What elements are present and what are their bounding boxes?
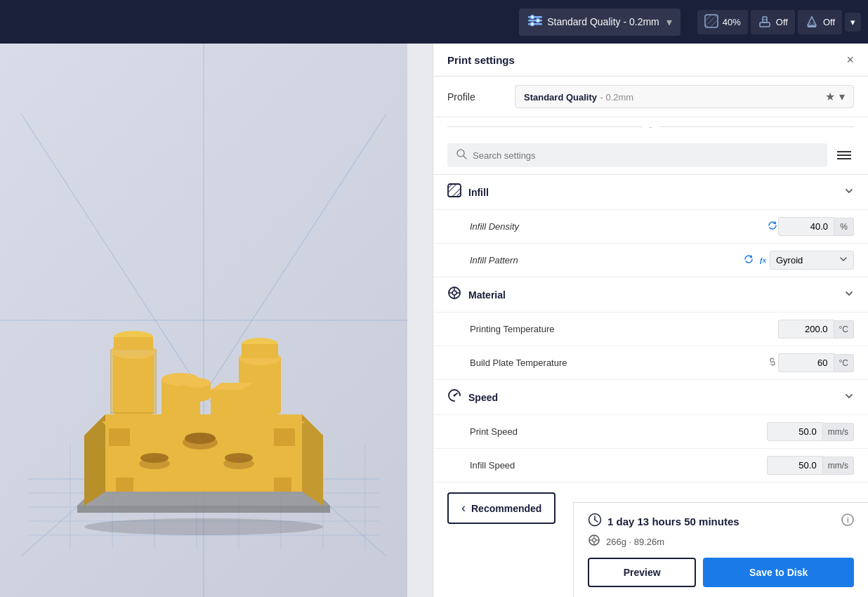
separator-row: - bbox=[433, 117, 868, 136]
speed-section: Speed Print Speed mm/s Infill bbox=[433, 380, 868, 483]
more-dropdown[interactable]: ▾ bbox=[845, 13, 861, 32]
printing-temp-row: Printing Temperature °C bbox=[433, 312, 868, 346]
adhesion-label: Off bbox=[823, 17, 835, 27]
infill-pattern-row: Infill Pattern fx bbox=[433, 243, 868, 277]
menu-line-1 bbox=[837, 151, 851, 152]
support-icon bbox=[758, 14, 772, 30]
svg-point-59 bbox=[225, 453, 253, 463]
menu-line-3 bbox=[837, 158, 851, 159]
infill-speed-input[interactable] bbox=[767, 456, 823, 475]
build-plate-temp-row: Build Plate Temperature °C bbox=[433, 346, 868, 379]
build-plate-temp-input[interactable] bbox=[778, 353, 834, 372]
svg-marker-32 bbox=[77, 506, 330, 513]
material-title-wrap: Material bbox=[447, 286, 506, 303]
build-plate-temp-label: Build Plate Temperature bbox=[470, 357, 767, 368]
build-plate-link-button[interactable] bbox=[767, 356, 778, 370]
3d-viewport[interactable] bbox=[0, 44, 407, 597]
svg-rect-62 bbox=[274, 428, 295, 446]
svg-rect-38 bbox=[112, 351, 154, 411]
infill-section-header[interactable]: Infill bbox=[433, 175, 868, 209]
infill-speed-label: Infill Speed bbox=[470, 460, 767, 471]
speed-title-wrap: Speed bbox=[447, 388, 498, 406]
speed-section-header[interactable]: Speed bbox=[433, 380, 868, 414]
svg-point-4 bbox=[537, 18, 540, 22]
infill-pattern-dropdown[interactable]: Gyroid bbox=[770, 251, 854, 270]
print-speed-input[interactable] bbox=[767, 422, 823, 441]
profile-quality-sub: - 0.2mm bbox=[600, 92, 633, 103]
infill-pattern-value: Gyroid bbox=[770, 251, 854, 270]
profile-selector[interactable]: Standard Quality - 0.2mm ▾ bbox=[519, 8, 680, 36]
svg-line-82 bbox=[595, 520, 598, 522]
chevron-down-icon: ▾ bbox=[850, 17, 855, 27]
profile-dropdown-button[interactable]: ▾ bbox=[839, 90, 845, 103]
svg-text:fx: fx bbox=[760, 256, 767, 264]
infill-control[interactable]: 40% bbox=[697, 10, 748, 34]
printing-temp-unit: °C bbox=[834, 320, 854, 339]
svg-rect-36 bbox=[105, 414, 302, 492]
material-section-title: Material bbox=[468, 289, 506, 301]
speed-chevron-icon bbox=[844, 391, 854, 403]
infill-title-wrap: Infill bbox=[447, 183, 489, 201]
infill-pattern-reset-button[interactable] bbox=[743, 254, 754, 268]
infill-speed-unit: mm/s bbox=[823, 457, 854, 475]
top-bar-controls: Standard Quality - 0.2mm ▾ 40% Off bbox=[519, 8, 861, 36]
preview-button[interactable]: Preview bbox=[588, 558, 696, 587]
speed-section-title: Speed bbox=[468, 392, 498, 403]
infill-density-value: % bbox=[778, 217, 854, 236]
infill-icon bbox=[704, 14, 718, 30]
save-to-disk-button[interactable]: Save to Disk bbox=[703, 558, 854, 587]
infill-density-unit: % bbox=[834, 218, 854, 236]
build-plate-temp-unit: °C bbox=[834, 354, 854, 372]
speed-section-icon bbox=[447, 388, 461, 406]
svg-marker-34 bbox=[84, 414, 105, 506]
panel-close-button[interactable]: × bbox=[846, 53, 854, 66]
menu-lines-button[interactable] bbox=[834, 148, 854, 162]
material-text: 266g · 89.26m bbox=[606, 537, 664, 547]
search-input[interactable] bbox=[473, 150, 819, 161]
time-info: 1 day 13 hours 50 minutes bbox=[588, 513, 739, 530]
infill-density-actions bbox=[767, 220, 778, 234]
material-chevron-icon bbox=[844, 289, 854, 301]
infill-pattern-fx-button[interactable]: fx bbox=[758, 254, 770, 267]
infill-density-input[interactable] bbox=[778, 217, 834, 236]
panel-title: Print settings bbox=[447, 54, 515, 66]
infill-density-row: Infill Density % bbox=[433, 209, 868, 243]
svg-point-73 bbox=[452, 291, 456, 295]
recommended-button[interactable]: ‹ Recommended bbox=[447, 492, 555, 524]
material-section-header[interactable]: Material bbox=[433, 277, 868, 312]
infill-density-reset-button[interactable] bbox=[767, 220, 778, 234]
svg-line-69 bbox=[463, 156, 466, 159]
infill-pattern-actions: fx bbox=[743, 254, 770, 268]
svg-point-5 bbox=[531, 22, 534, 25]
favorite-button[interactable]: ★ bbox=[825, 90, 835, 103]
panel-header: Print settings × bbox=[433, 44, 868, 77]
svg-point-3 bbox=[531, 15, 534, 18]
svg-rect-48 bbox=[242, 344, 278, 358]
profile-name-label: Standard Quality - 0.2mm bbox=[547, 16, 659, 27]
profile-quality-name: Standard Quality bbox=[524, 92, 597, 103]
print-speed-value: mm/s bbox=[767, 422, 854, 441]
info-circle-icon[interactable]: i bbox=[841, 513, 854, 529]
adhesion-icon bbox=[805, 14, 819, 30]
adhesion-control[interactable]: Off bbox=[798, 10, 842, 34]
top-bar: Standard Quality - 0.2mm ▾ 40% Off bbox=[0, 0, 868, 44]
infill-section-icon bbox=[447, 183, 461, 201]
profile-value-box[interactable]: Standard Quality - 0.2mm ★ ▾ bbox=[515, 85, 854, 108]
svg-point-79 bbox=[454, 395, 456, 397]
search-input-wrap bbox=[447, 143, 827, 167]
clock-icon bbox=[588, 513, 602, 530]
svg-rect-7 bbox=[760, 22, 770, 27]
printing-temp-input[interactable] bbox=[778, 320, 834, 339]
chevron-left-icon: ‹ bbox=[461, 501, 466, 516]
support-control[interactable]: Off bbox=[751, 10, 795, 34]
profile-row: Profile Standard Quality - 0.2mm ★ ▾ bbox=[433, 77, 868, 117]
infill-speed-value: mm/s bbox=[767, 456, 854, 475]
infill-section: Infill Infill Density bbox=[433, 175, 868, 277]
profile-field-label: Profile bbox=[447, 91, 504, 103]
print-speed-label: Print Speed bbox=[470, 426, 767, 437]
infill-density-label: Infill Density bbox=[470, 221, 767, 232]
infill-speed-row: Infill Speed mm/s bbox=[433, 448, 868, 482]
svg-rect-54 bbox=[211, 390, 242, 421]
printing-temp-value: °C bbox=[778, 320, 854, 339]
infill-pattern-selected: Gyroid bbox=[776, 255, 803, 265]
